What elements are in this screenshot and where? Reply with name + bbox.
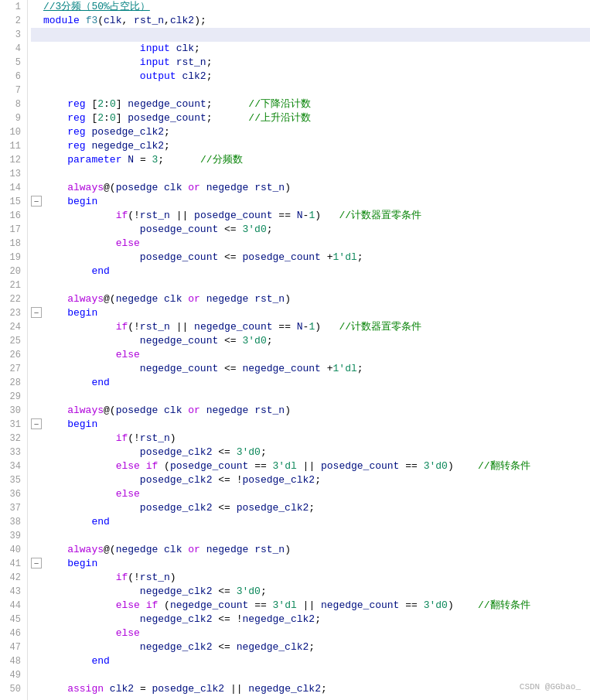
code-indent bbox=[43, 195, 67, 209]
code-text: begin bbox=[67, 557, 97, 571]
code-line: posedge_clk2 <= posedge_clk2; bbox=[31, 501, 590, 515]
fold-marker[interactable]: − bbox=[31, 196, 42, 207]
line-number: 32 bbox=[6, 432, 21, 446]
line-number: 39 bbox=[6, 529, 21, 543]
code-text: posedge_clk2 <= !posedge_clk2; bbox=[43, 473, 321, 487]
line-number: 15 bbox=[6, 195, 21, 209]
line-number: 1 bbox=[6, 0, 21, 14]
code-editor: 1234567891011121314151617181920212223242… bbox=[0, 0, 590, 700]
line-number: 40 bbox=[6, 543, 21, 557]
line-number: 27 bbox=[6, 362, 21, 376]
code-text: negedge_clk2 <= 3'd0; bbox=[43, 585, 267, 599]
code-line: always@(posedge clk or negedge rst_n) bbox=[31, 404, 590, 418]
line-number: 47 bbox=[6, 640, 21, 654]
line-number: 5 bbox=[6, 56, 21, 70]
line-number: 22 bbox=[6, 292, 21, 306]
code-line: negedge_clk2 <= negedge_clk2; bbox=[31, 640, 590, 654]
line-number: 26 bbox=[6, 348, 21, 362]
code-text: output clk2; bbox=[43, 70, 212, 84]
line-number: 45 bbox=[6, 613, 21, 627]
code-line: if(!rst_n || negedge_count == N-1) //计数器… bbox=[31, 320, 590, 334]
code-line: posedge_count <= 3'd0; bbox=[31, 223, 590, 237]
code-line: //3分频（50%占空比） bbox=[31, 0, 590, 14]
code-line: else bbox=[31, 348, 590, 362]
code-text: input clk; bbox=[43, 42, 200, 56]
code-text: end bbox=[43, 376, 110, 390]
code-text: //3分频（50%占空比） bbox=[43, 0, 150, 14]
line-number: 9 bbox=[6, 111, 21, 125]
fold-marker[interactable]: − bbox=[31, 558, 42, 569]
code-text: else bbox=[43, 348, 140, 362]
line-number: 8 bbox=[6, 97, 21, 111]
code-text: reg posedge_clk2; bbox=[43, 125, 170, 139]
line-number: 43 bbox=[6, 585, 21, 599]
code-text: begin bbox=[67, 418, 97, 432]
line-number: 7 bbox=[6, 84, 21, 97]
code-area[interactable]: //3分频（50%占空比）module f3(clk, rst_n,clk2);… bbox=[28, 0, 590, 700]
line-numbers: 1234567891011121314151617181920212223242… bbox=[0, 0, 28, 700]
line-number: 34 bbox=[6, 459, 21, 473]
code-text: end bbox=[43, 515, 110, 529]
code-text: else bbox=[43, 237, 140, 251]
line-number: 3 bbox=[6, 28, 21, 42]
code-line bbox=[31, 84, 590, 97]
line-number: 28 bbox=[6, 376, 21, 390]
line-number: 25 bbox=[6, 334, 21, 348]
code-text: parameter N = 3; //分频数 bbox=[43, 153, 243, 167]
code-text: input rst_n; bbox=[43, 56, 212, 70]
code-text: always@(negedge clk or negedge rst_n) bbox=[43, 292, 291, 306]
code-text: negedge_clk2 <= !negedge_clk2; bbox=[43, 613, 321, 627]
code-indent bbox=[43, 418, 67, 432]
line-number: 19 bbox=[6, 251, 21, 265]
code-line: else if (negedge_count == 3'dl || negedg… bbox=[31, 599, 590, 613]
code-line bbox=[31, 167, 590, 181]
code-line: if(!rst_n) bbox=[31, 432, 590, 446]
line-number: 6 bbox=[6, 70, 21, 84]
code-text: always@(posedge clk or negedge rst_n) bbox=[43, 181, 291, 195]
code-text: always@(posedge clk or negedge rst_n) bbox=[43, 404, 291, 418]
code-line: module f3(clk, rst_n,clk2); bbox=[31, 14, 590, 28]
line-number: 35 bbox=[6, 473, 21, 487]
code-text: posedge_clk2 <= 3'd0; bbox=[43, 446, 267, 459]
code-line: − begin bbox=[31, 306, 590, 320]
code-line: reg [2:0] negedge_count; //下降沿计数 bbox=[31, 97, 590, 111]
line-number: 18 bbox=[6, 237, 21, 251]
code-text: reg [2:0] posedge_count; //上升沿计数 bbox=[43, 111, 311, 125]
code-text: negedge_clk2 <= negedge_clk2; bbox=[43, 640, 315, 654]
line-number: 46 bbox=[6, 627, 21, 640]
line-number: 31 bbox=[6, 418, 21, 432]
code-line bbox=[31, 278, 590, 292]
code-line: reg posedge_clk2; bbox=[31, 125, 590, 139]
line-number: 50 bbox=[6, 682, 21, 696]
code-text: if(!rst_n || negedge_count == N-1) //计数器… bbox=[43, 320, 421, 334]
code-text: else bbox=[43, 627, 140, 640]
line-number: 30 bbox=[6, 404, 21, 418]
code-line bbox=[31, 28, 590, 42]
code-line: parameter N = 3; //分频数 bbox=[31, 153, 590, 167]
code-text: if(!rst_n) bbox=[43, 571, 176, 585]
line-number: 41 bbox=[6, 557, 21, 571]
watermark: CSDN @GGbao_ bbox=[520, 680, 581, 694]
code-line: else if (posedge_count == 3'dl || posedg… bbox=[31, 459, 590, 473]
fold-marker[interactable]: − bbox=[31, 307, 42, 318]
code-line: end bbox=[31, 376, 590, 390]
code-line: reg [2:0] posedge_count; //上升沿计数 bbox=[31, 111, 590, 125]
code-text: always@(negedge clk or negedge rst_n) bbox=[43, 543, 291, 557]
line-number: 38 bbox=[6, 515, 21, 529]
line-number: 36 bbox=[6, 487, 21, 501]
code-line: end bbox=[31, 654, 590, 668]
fold-marker[interactable]: − bbox=[31, 418, 42, 429]
code-line: end bbox=[31, 515, 590, 529]
line-number: 12 bbox=[6, 153, 21, 167]
line-number: 48 bbox=[6, 654, 21, 668]
code-line: if(!rst_n || posedge_count == N-1) //计数器… bbox=[31, 209, 590, 223]
code-text: negedge_count <= 3'd0; bbox=[43, 334, 273, 348]
code-line bbox=[31, 390, 590, 404]
code-text: module f3(clk, rst_n,clk2); bbox=[43, 14, 206, 28]
code-indent bbox=[43, 557, 67, 571]
line-number: 29 bbox=[6, 390, 21, 404]
code-line: always@(posedge clk or negedge rst_n) bbox=[31, 181, 590, 195]
code-line bbox=[31, 529, 590, 543]
code-text: begin bbox=[67, 195, 97, 209]
code-line: if(!rst_n) bbox=[31, 571, 590, 585]
